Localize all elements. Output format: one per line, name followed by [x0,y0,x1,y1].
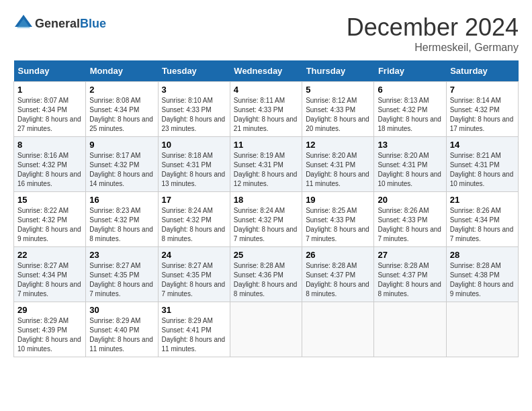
table-row: 2Sunrise: 8:08 AM Sunset: 4:34 PM Daylig… [86,82,158,137]
day-info: Sunrise: 8:20 AM Sunset: 4:31 PM Dayligh… [306,151,370,189]
day-info: Sunrise: 8:10 AM Sunset: 4:33 PM Dayligh… [162,96,226,134]
table-row: 31Sunrise: 8:29 AM Sunset: 4:41 PM Dayli… [158,302,230,357]
table-row: 24Sunrise: 8:27 AM Sunset: 4:35 PM Dayli… [158,247,230,302]
logo-text: GeneralBlue [35,17,106,31]
table-row [230,302,302,357]
day-number: 16 [89,195,154,205]
day-info: Sunrise: 8:18 AM Sunset: 4:31 PM Dayligh… [162,151,226,189]
day-info: Sunrise: 8:08 AM Sunset: 4:34 PM Dayligh… [89,96,154,134]
day-info: Sunrise: 8:27 AM Sunset: 4:35 PM Dayligh… [89,261,154,299]
day-info: Sunrise: 8:24 AM Sunset: 4:32 PM Dayligh… [234,206,298,244]
day-info: Sunrise: 8:20 AM Sunset: 4:31 PM Dayligh… [378,151,442,189]
table-row: 18Sunrise: 8:24 AM Sunset: 4:32 PM Dayli… [230,192,302,247]
day-number: 10 [162,140,226,150]
calendar-header-row: Sunday Monday Tuesday Wednesday Thursday… [14,60,519,82]
day-info: Sunrise: 8:26 AM Sunset: 4:34 PM Dayligh… [450,206,515,244]
day-number: 3 [162,85,226,95]
day-number: 5 [306,85,370,95]
table-row: 26Sunrise: 8:28 AM Sunset: 4:37 PM Dayli… [302,247,374,302]
logo: GeneralBlue [13,13,106,34]
page-header: GeneralBlue December 2024 Hermeskeil, Ge… [13,13,519,54]
day-info: Sunrise: 8:17 AM Sunset: 4:32 PM Dayligh… [89,151,154,189]
col-wednesday: Wednesday [230,60,302,82]
logo-icon [13,13,34,34]
day-info: Sunrise: 8:29 AM Sunset: 4:39 PM Dayligh… [17,316,82,354]
day-number: 25 [234,250,298,260]
day-info: Sunrise: 8:29 AM Sunset: 4:40 PM Dayligh… [89,316,154,354]
day-info: Sunrise: 8:28 AM Sunset: 4:38 PM Dayligh… [450,261,515,299]
table-row: 6Sunrise: 8:13 AM Sunset: 4:32 PM Daylig… [374,82,446,137]
table-row: 23Sunrise: 8:27 AM Sunset: 4:35 PM Dayli… [86,247,158,302]
table-row: 1Sunrise: 8:07 AM Sunset: 4:34 PM Daylig… [14,82,86,137]
table-row: 12Sunrise: 8:20 AM Sunset: 4:31 PM Dayli… [302,137,374,192]
table-row [446,302,518,357]
calendar-week-row: 15Sunrise: 8:22 AM Sunset: 4:32 PM Dayli… [14,192,519,247]
day-info: Sunrise: 8:24 AM Sunset: 4:32 PM Dayligh… [162,206,226,244]
day-number: 1 [17,85,82,95]
day-number: 28 [450,250,515,260]
table-row: 27Sunrise: 8:28 AM Sunset: 4:37 PM Dayli… [374,247,446,302]
month-title: December 2024 [347,13,519,42]
table-row: 3Sunrise: 8:10 AM Sunset: 4:33 PM Daylig… [158,82,230,137]
day-number: 6 [378,85,442,95]
col-friday: Friday [374,60,446,82]
day-info: Sunrise: 8:16 AM Sunset: 4:32 PM Dayligh… [17,151,82,189]
table-row: 10Sunrise: 8:18 AM Sunset: 4:31 PM Dayli… [158,137,230,192]
day-number: 14 [450,140,515,150]
table-row: 29Sunrise: 8:29 AM Sunset: 4:39 PM Dayli… [14,302,86,357]
table-row: 22Sunrise: 8:27 AM Sunset: 4:34 PM Dayli… [14,247,86,302]
day-info: Sunrise: 8:11 AM Sunset: 4:33 PM Dayligh… [234,96,298,134]
day-info: Sunrise: 8:13 AM Sunset: 4:32 PM Dayligh… [378,96,442,134]
col-saturday: Saturday [446,60,518,82]
table-row: 28Sunrise: 8:28 AM Sunset: 4:38 PM Dayli… [446,247,518,302]
day-number: 24 [162,250,226,260]
table-row: 19Sunrise: 8:25 AM Sunset: 4:33 PM Dayli… [302,192,374,247]
col-thursday: Thursday [302,60,374,82]
day-info: Sunrise: 8:14 AM Sunset: 4:32 PM Dayligh… [450,96,515,134]
day-number: 22 [17,250,82,260]
table-row: 15Sunrise: 8:22 AM Sunset: 4:32 PM Dayli… [14,192,86,247]
day-info: Sunrise: 8:19 AM Sunset: 4:31 PM Dayligh… [234,151,298,189]
day-number: 20 [378,195,442,205]
day-number: 29 [17,305,82,315]
col-monday: Monday [86,60,158,82]
table-row: 8Sunrise: 8:16 AM Sunset: 4:32 PM Daylig… [14,137,86,192]
calendar-week-row: 1Sunrise: 8:07 AM Sunset: 4:34 PM Daylig… [14,82,519,137]
day-number: 31 [162,305,226,315]
day-info: Sunrise: 8:28 AM Sunset: 4:36 PM Dayligh… [234,261,298,299]
day-info: Sunrise: 8:28 AM Sunset: 4:37 PM Dayligh… [306,261,370,299]
day-number: 21 [450,195,515,205]
title-area: December 2024 Hermeskeil, Germany [347,13,519,54]
day-number: 23 [89,250,154,260]
day-info: Sunrise: 8:26 AM Sunset: 4:33 PM Dayligh… [378,206,442,244]
day-number: 12 [306,140,370,150]
day-number: 27 [378,250,442,260]
location-title: Hermeskeil, Germany [347,42,519,54]
day-number: 15 [17,195,82,205]
day-number: 4 [234,85,298,95]
table-row: 17Sunrise: 8:24 AM Sunset: 4:32 PM Dayli… [158,192,230,247]
calendar-week-row: 22Sunrise: 8:27 AM Sunset: 4:34 PM Dayli… [14,247,519,302]
day-info: Sunrise: 8:12 AM Sunset: 4:33 PM Dayligh… [306,96,370,134]
day-number: 13 [378,140,442,150]
day-info: Sunrise: 8:22 AM Sunset: 4:32 PM Dayligh… [17,206,82,244]
day-number: 7 [450,85,515,95]
day-info: Sunrise: 8:21 AM Sunset: 4:31 PM Dayligh… [450,151,515,189]
table-row: 16Sunrise: 8:23 AM Sunset: 4:32 PM Dayli… [86,192,158,247]
day-info: Sunrise: 8:27 AM Sunset: 4:34 PM Dayligh… [17,261,82,299]
day-info: Sunrise: 8:25 AM Sunset: 4:33 PM Dayligh… [306,206,370,244]
day-number: 9 [89,140,154,150]
calendar-week-row: 8Sunrise: 8:16 AM Sunset: 4:32 PM Daylig… [14,137,519,192]
day-number: 8 [17,140,82,150]
table-row: 7Sunrise: 8:14 AM Sunset: 4:32 PM Daylig… [446,82,518,137]
day-number: 11 [234,140,298,150]
day-number: 30 [89,305,154,315]
day-info: Sunrise: 8:28 AM Sunset: 4:37 PM Dayligh… [378,261,442,299]
table-row: 4Sunrise: 8:11 AM Sunset: 4:33 PM Daylig… [230,82,302,137]
day-number: 26 [306,250,370,260]
table-row: 25Sunrise: 8:28 AM Sunset: 4:36 PM Dayli… [230,247,302,302]
day-number: 18 [234,195,298,205]
table-row: 13Sunrise: 8:20 AM Sunset: 4:31 PM Dayli… [374,137,446,192]
col-sunday: Sunday [14,60,86,82]
table-row [374,302,446,357]
